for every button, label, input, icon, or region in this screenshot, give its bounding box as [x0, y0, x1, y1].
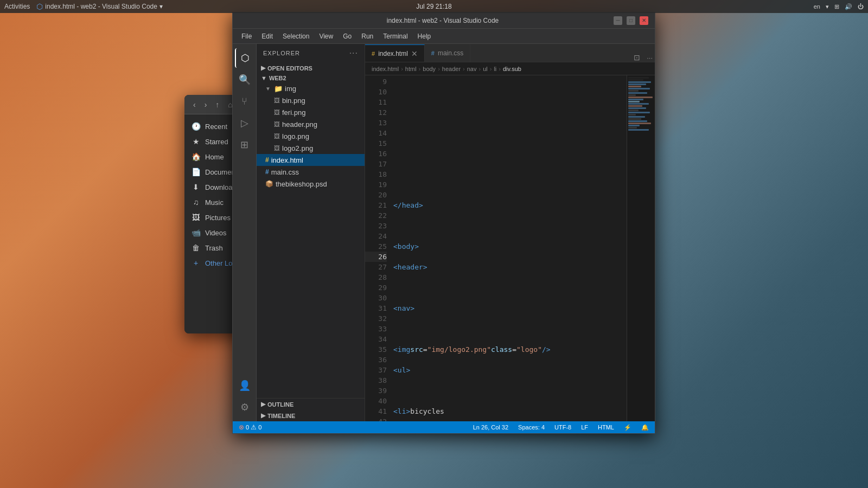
statusbar-bell[interactable]: 🔔 [640, 424, 650, 431]
explorer-more-button[interactable]: ··· [349, 48, 358, 58]
tab-close-html[interactable]: ✕ [411, 49, 418, 58]
close-button[interactable]: ✕ [640, 16, 648, 25]
section-web2[interactable]: ▼ WEB2 [257, 73, 365, 82]
datetime: Jul 29 21:18 [416, 3, 451, 10]
warning-icon: ⚠ [251, 423, 257, 431]
statusbar-spaces[interactable]: Spaces: 4 [516, 424, 546, 431]
activity-source-control[interactable]: ⑂ [235, 92, 254, 111]
file-label-bin: bin.png [282, 97, 305, 105]
menu-selection[interactable]: Selection [278, 31, 314, 42]
fm-back-button[interactable]: ‹ [191, 99, 198, 110]
tree-item-header-png[interactable]: 🖼 header.png [257, 118, 365, 130]
locale-indicator[interactable]: en [814, 3, 820, 10]
sidebar-bottom: ▶ OUTLINE ▶ TIMELINE [257, 398, 365, 421]
file-icon-logo2: 🖼 [274, 145, 280, 151]
vsc-minimap [627, 75, 655, 421]
bc-nav[interactable]: nav [467, 66, 477, 72]
bc-ul[interactable]: ul [483, 66, 488, 72]
code-line: </head> [391, 200, 627, 210]
vscode-app-label[interactable]: ⬡ index.html - web2 - Visual Studio Code… [36, 2, 163, 11]
file-label-feri: feri.png [282, 108, 305, 117]
bc-header[interactable]: header [442, 66, 461, 72]
documents-icon: 📄 [191, 168, 201, 176]
locale-dropdown[interactable]: ▾ [826, 3, 829, 10]
bc-li[interactable]: li [494, 66, 496, 72]
vsc-code-editor[interactable]: 910111213 1415161718 1920212223 242526 2… [365, 75, 655, 421]
tree-item-bin-png[interactable]: 🖼 bin.png [257, 94, 365, 106]
topbar-right: en ▾ ⊞ 🔊 ⏻ [814, 3, 864, 10]
pictures-icon: 🖼 [191, 213, 201, 222]
statusbar-errors[interactable]: ⊗ 0 ⚠ 0 [237, 423, 263, 431]
statusbar-encoding[interactable]: UTF-8 [553, 424, 573, 431]
bc-file[interactable]: index.html [372, 66, 399, 72]
minimap-content [627, 75, 655, 132]
section-open-editors[interactable]: ▶ OPEN EDITORS [257, 62, 365, 73]
menu-go[interactable]: Go [339, 31, 356, 42]
menu-run[interactable]: Run [357, 31, 378, 42]
file-label-index: index.html [271, 156, 303, 164]
editor-split-button[interactable]: ⊡ [629, 53, 644, 62]
tree-item-feri-png[interactable]: 🖼 feri.png [257, 106, 365, 118]
menu-edit[interactable]: Edit [257, 31, 277, 42]
topbar-icon-3[interactable]: ⏻ [858, 3, 864, 10]
fm-up-button[interactable]: ↑ [213, 99, 221, 110]
statusbar-language[interactable]: HTML [596, 424, 616, 431]
activity-extensions[interactable]: ⊞ [235, 135, 254, 155]
fm-sidebar-label-home: Home [205, 153, 224, 161]
file-icon-index: # [265, 156, 269, 164]
tree-item-logo-png[interactable]: 🖼 logo.png [257, 130, 365, 142]
menu-help[interactable]: Help [413, 31, 436, 42]
tree-item-logo2-png[interactable]: 🖼 logo2.png [257, 142, 365, 154]
activity-settings[interactable]: ⚙ [235, 397, 254, 417]
tree-item-thebikeshop-psd[interactable]: 📦 thebikeshop.psd [257, 178, 365, 190]
activity-explorer[interactable]: ⬡ [235, 48, 254, 68]
editor-more-button[interactable]: ··· [644, 54, 655, 62]
code-line [391, 179, 627, 190]
bc-sep-2: › [419, 66, 421, 72]
bc-html[interactable]: html [405, 66, 417, 72]
other-locations-icon: + [191, 259, 201, 267]
bc-div-sub[interactable]: div.sub [503, 66, 521, 72]
vsc-titlebar: index.html - web2 - Visual Studio Code ─… [233, 12, 655, 29]
minimize-button[interactable]: ─ [614, 16, 622, 25]
tab-label-css: main.css [438, 49, 463, 57]
downloads-icon: ⬇ [191, 183, 201, 191]
bc-sep-5: › [478, 66, 481, 72]
tree-item-main-css[interactable]: # main.css [257, 166, 365, 178]
folder-label-img: img [285, 85, 296, 93]
activity-debug[interactable]: ▷ [235, 113, 254, 133]
statusbar-eol[interactable]: LF [579, 424, 590, 431]
code-line [391, 76, 627, 87]
maximize-button[interactable]: □ [627, 16, 635, 25]
statusbar-position[interactable]: Ln 26, Col 32 [471, 424, 510, 431]
vsc-window-controls: ─ □ ✕ [614, 16, 648, 25]
statusbar-feedback[interactable]: ⚡ [622, 424, 633, 431]
vsc-window-title: index.html - web2 - Visual Studio Code [272, 17, 614, 24]
tree-item-img-folder[interactable]: ▼ 📁 img [257, 82, 365, 94]
menu-view[interactable]: View [315, 31, 337, 42]
code-content[interactable]: </head> <body> <header> <nav> <img src="… [391, 75, 627, 421]
activities-label[interactable]: Activities [4, 3, 30, 10]
warning-count: 0 [258, 424, 261, 431]
menu-file[interactable]: File [237, 31, 256, 42]
vsc-tabs: # index.html ✕ # main.css ⊡ ··· [365, 44, 655, 62]
menu-terminal[interactable]: Terminal [379, 31, 412, 42]
activity-account[interactable]: 👤 [235, 376, 254, 395]
topbar-icon-2[interactable]: 🔊 [845, 3, 852, 10]
code-line [391, 221, 627, 231]
bc-sep-1: › [401, 66, 403, 72]
tab-index-html[interactable]: # index.html ✕ [365, 44, 425, 62]
fm-forward-button[interactable]: › [202, 99, 209, 110]
topbar-icon-1[interactable]: ⊞ [834, 3, 839, 10]
tree-item-index-html[interactable]: # index.html [257, 154, 365, 166]
section-timeline[interactable]: ▶ TIMELINE [257, 410, 365, 421]
file-icon-feri: 🖼 [274, 109, 280, 115]
tab-main-css[interactable]: # main.css [425, 44, 470, 62]
section-outline[interactable]: ▶ OUTLINE [257, 399, 365, 410]
bc-body[interactable]: body [423, 66, 436, 72]
activity-search[interactable]: 🔍 [235, 70, 254, 89]
fm-sidebar-label-videos: Videos [205, 229, 227, 237]
web2-arrow: ▼ [261, 75, 267, 81]
code-line: <nav> [391, 303, 627, 313]
bc-sep-3: › [438, 66, 440, 72]
